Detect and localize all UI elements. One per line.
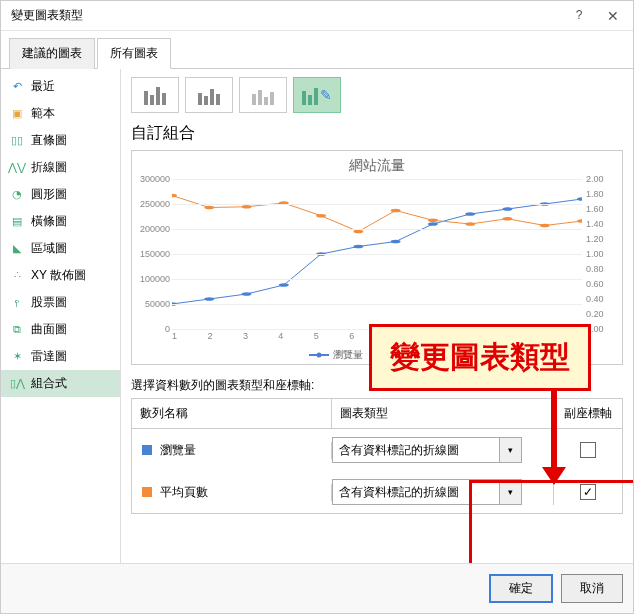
sidebar-item-templates[interactable]: ▣範本 xyxy=(1,100,120,127)
sidebar-item-label: 圓形圖 xyxy=(31,186,67,203)
svg-point-16 xyxy=(316,214,326,218)
svg-point-14 xyxy=(242,205,252,209)
annotation-arrow xyxy=(551,389,575,485)
stock-chart-icon: ⫯ xyxy=(9,296,25,310)
svg-point-19 xyxy=(428,218,438,222)
sidebar-item-label: 直條圖 xyxy=(31,132,67,149)
area-chart-icon: ◣ xyxy=(9,242,25,256)
undo-icon: ↶ xyxy=(9,80,25,94)
bar-chart-icon: ▤ xyxy=(9,215,25,229)
chevron-down-icon[interactable]: ▾ xyxy=(499,480,521,504)
series-table: 數列名稱 圖表類型 副座標軸 瀏覽量 含有資料標記的折線圖 ▾ xyxy=(131,398,623,514)
svg-point-5 xyxy=(353,245,363,249)
series-swatch xyxy=(142,487,152,497)
radar-chart-icon: ✶ xyxy=(9,350,25,364)
chevron-down-icon[interactable]: ▾ xyxy=(499,438,521,462)
sidebar-item-label: 股票圖 xyxy=(31,294,67,311)
column-chart-icon: ▯▯ xyxy=(9,134,25,148)
svg-point-20 xyxy=(465,222,475,226)
combo-subtype-custom[interactable]: ✎ xyxy=(293,77,341,113)
svg-point-3 xyxy=(279,283,289,287)
pencil-icon: ✎ xyxy=(320,87,332,103)
svg-point-21 xyxy=(503,217,513,221)
sidebar-item-label: 折線圖 xyxy=(31,159,67,176)
sidebar-item-label: XY 散佈圖 xyxy=(31,267,86,284)
annotation-callout: 變更圖表類型 xyxy=(369,324,591,391)
svg-point-23 xyxy=(577,219,582,223)
svg-point-13 xyxy=(204,206,214,210)
chart-type-dropdown-2[interactable]: 含有資料標記的折線圖 ▾ xyxy=(332,479,522,505)
combo-chart-icon: ▯⋀ xyxy=(9,377,25,391)
section-title: 自訂組合 xyxy=(131,123,623,144)
main-panel: ✎ 自訂組合 網站流量 0500001000001500002000002500… xyxy=(121,69,633,563)
scatter-chart-icon: ∴ xyxy=(9,269,25,283)
sidebar-item-label: 橫條圖 xyxy=(31,213,67,230)
chart-type-sidebar: ↶最近 ▣範本 ▯▯直條圖 ⋀⋁折線圖 ◔圓形圖 ▤橫條圖 ◣區域圖 ∴XY 散… xyxy=(1,69,121,563)
dialog-footer: 確定 取消 xyxy=(1,563,633,613)
window-title: 變更圖表類型 xyxy=(11,7,83,24)
surface-chart-icon: ⧉ xyxy=(9,323,25,337)
sidebar-item-label: 範本 xyxy=(31,105,55,122)
sidebar-item-area[interactable]: ◣區域圖 xyxy=(1,235,120,262)
pie-chart-icon: ◔ xyxy=(9,188,25,202)
header-chart-type: 圖表類型 xyxy=(332,399,554,428)
svg-point-7 xyxy=(428,222,438,226)
tab-bar: 建議的圖表 所有圖表 xyxy=(1,37,633,69)
sidebar-item-label: 曲面圖 xyxy=(31,321,67,338)
dropdown-value: 含有資料標記的折線圖 xyxy=(333,480,499,504)
svg-point-11 xyxy=(577,197,582,201)
sidebar-item-combo[interactable]: ▯⋀組合式 xyxy=(1,370,120,397)
combo-subtype-3[interactable] xyxy=(239,77,287,113)
combo-subtype-2[interactable] xyxy=(185,77,233,113)
sidebar-item-stock[interactable]: ⫯股票圖 xyxy=(1,289,120,316)
svg-point-2 xyxy=(242,292,252,296)
titlebar: 變更圖表類型 ? ✕ xyxy=(1,1,633,31)
series-name-1: 瀏覽量 xyxy=(160,442,331,459)
svg-point-8 xyxy=(465,212,475,216)
line-chart-icon: ⋀⋁ xyxy=(9,161,25,175)
svg-point-6 xyxy=(391,240,401,244)
ok-button[interactable]: 確定 xyxy=(489,574,553,603)
chart-plot-area: 0500001000001500002000002500003000000.00… xyxy=(172,179,582,329)
svg-point-22 xyxy=(540,224,550,228)
sidebar-item-line[interactable]: ⋀⋁折線圖 xyxy=(1,154,120,181)
sidebar-item-label: 區域圖 xyxy=(31,240,67,257)
folder-icon: ▣ xyxy=(9,107,25,121)
sidebar-item-label: 雷達圖 xyxy=(31,348,67,365)
table-row: 瀏覽量 含有資料標記的折線圖 ▾ xyxy=(132,429,622,471)
sidebar-item-label: 組合式 xyxy=(31,375,67,392)
svg-point-1 xyxy=(204,297,214,301)
sidebar-item-pie[interactable]: ◔圓形圖 xyxy=(1,181,120,208)
svg-point-18 xyxy=(391,209,401,213)
chart-type-dropdown-1[interactable]: 含有資料標記的折線圖 ▾ xyxy=(332,437,522,463)
combo-subtype-1[interactable] xyxy=(131,77,179,113)
subtype-thumbnails: ✎ xyxy=(131,77,623,113)
sidebar-item-label: 最近 xyxy=(31,78,55,95)
series-name-2: 平均頁數 xyxy=(160,484,331,501)
svg-point-9 xyxy=(503,207,513,211)
sidebar-item-bar[interactable]: ▤橫條圖 xyxy=(1,208,120,235)
secondary-axis-checkbox-2[interactable]: ✓ xyxy=(580,484,596,500)
series-swatch xyxy=(142,445,152,455)
sidebar-item-surface[interactable]: ⧉曲面圖 xyxy=(1,316,120,343)
sidebar-item-radar[interactable]: ✶雷達圖 xyxy=(1,343,120,370)
tab-all-charts[interactable]: 所有圖表 xyxy=(97,38,171,69)
dropdown-value: 含有資料標記的折線圖 xyxy=(333,438,499,462)
tab-recommended[interactable]: 建議的圖表 xyxy=(9,38,95,69)
cancel-button[interactable]: 取消 xyxy=(561,574,623,603)
close-button[interactable]: ✕ xyxy=(603,8,623,24)
sidebar-item-recent[interactable]: ↶最近 xyxy=(1,73,120,100)
header-series-name: 數列名稱 xyxy=(132,399,332,428)
sidebar-item-column[interactable]: ▯▯直條圖 xyxy=(1,127,120,154)
svg-point-17 xyxy=(353,230,363,234)
secondary-axis-checkbox-1[interactable] xyxy=(580,442,596,458)
chart-title: 網站流量 xyxy=(138,157,616,175)
legend-series-1: 瀏覽量 xyxy=(333,348,363,362)
help-button[interactable]: ? xyxy=(569,8,589,24)
sidebar-item-scatter[interactable]: ∴XY 散佈圖 xyxy=(1,262,120,289)
